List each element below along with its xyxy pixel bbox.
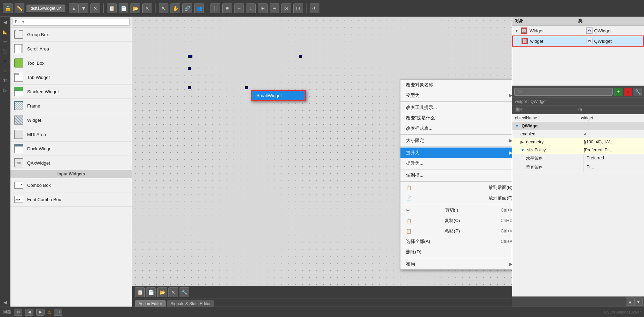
widget-item-dock-widget[interactable]: Dock Widget bbox=[10, 142, 132, 156]
nav-up-icon[interactable]: ▲ bbox=[69, 3, 79, 13]
obj-tree-widget-child[interactable]: widget W QWidget bbox=[512, 35, 644, 47]
hand-icon[interactable]: ✋ bbox=[170, 3, 180, 13]
vexpand-icon[interactable]: ↕ bbox=[246, 3, 256, 13]
props-value-enabled[interactable]: ✔ bbox=[581, 130, 644, 138]
sidebar-icon-8[interactable]: ▷ bbox=[1, 86, 9, 95]
props-row-hpolicy: 水平策略 Preferred bbox=[512, 154, 644, 163]
canvas-area[interactable]: 改变对象名称... 变型为 ▶ 改变工具提示... 改变"这是什么"... 改变… bbox=[132, 17, 512, 307]
action-delete-btn[interactable]: ✕ bbox=[168, 287, 178, 297]
widget-item-mdi-area[interactable]: MDI Area bbox=[10, 127, 132, 142]
context-menu-whatsthis[interactable]: 改变"这是什么"... bbox=[400, 113, 512, 123]
form-icon[interactable]: ⊠ bbox=[281, 3, 291, 13]
connect-icon[interactable]: 🔗 bbox=[182, 3, 192, 13]
action-open-btn[interactable]: 📂 bbox=[157, 287, 167, 297]
delete-icon[interactable]: ✕ bbox=[142, 3, 152, 13]
sidebar-icon-1[interactable]: ◀ bbox=[1, 18, 9, 26]
sidebar-icon-5[interactable]: + bbox=[1, 57, 9, 65]
new-icon[interactable]: 📋 bbox=[107, 3, 117, 13]
open-icon[interactable]: 📂 bbox=[130, 3, 140, 13]
status-action-btn[interactable]: ⊛ bbox=[14, 309, 22, 316]
sidebar-icon-6[interactable]: ≡ bbox=[1, 67, 9, 75]
context-menu-paste[interactable]: 📋 粘贴(P) Ctrl+V bbox=[400, 226, 512, 236]
copy-icon[interactable]: 📄 bbox=[119, 3, 128, 13]
edit-icon[interactable]: ✏️ bbox=[15, 3, 24, 13]
widget-item-group-box[interactable]: Group Box bbox=[10, 27, 132, 42]
props-filter-input[interactable] bbox=[514, 88, 613, 96]
context-menu-cut[interactable]: ✂ 剪切(I) Ctrl+X bbox=[400, 205, 512, 215]
context-menu-bring-front[interactable]: 📄 放到前面(F) bbox=[400, 193, 512, 203]
context-menu-morph[interactable]: 变型为 ▶ bbox=[400, 90, 512, 101]
props-scroll-up-btn[interactable]: ▲ bbox=[626, 298, 634, 306]
props-add-btn[interactable]: + bbox=[614, 88, 622, 96]
props-scroll-down-btn[interactable]: ▼ bbox=[634, 298, 643, 306]
status-next-btn[interactable]: ▶ bbox=[36, 309, 45, 316]
context-menu-tooltip-label: 改变工具提示... bbox=[406, 104, 437, 111]
tab-signals-slots[interactable]: Signals & Slots Editor bbox=[167, 300, 214, 307]
widget-label: Widget bbox=[27, 118, 41, 123]
sidebar-icon-2[interactable]: 📐 bbox=[1, 28, 9, 36]
widget-filter-input[interactable] bbox=[13, 18, 130, 26]
sidebar-icon-4[interactable]: ⬛ bbox=[1, 47, 9, 56]
context-menu-goto-slot[interactable]: 转到槽... bbox=[400, 170, 512, 181]
file-tab[interactable]: test15/widget.ui* bbox=[26, 5, 65, 12]
paste-shortcut: Ctrl+V bbox=[501, 229, 512, 233]
props-value-objectname[interactable]: widget bbox=[578, 114, 644, 122]
context-menu-promote[interactable]: 提升为 ▶ bbox=[400, 148, 512, 158]
context-menu-layout[interactable]: 布局 ▶ bbox=[400, 259, 512, 269]
context-menu-whatsthis-label: 改变"这是什么"... bbox=[406, 115, 440, 121]
context-menu-stylesheet[interactable]: 改变样式表... bbox=[400, 123, 512, 134]
preview-icon[interactable]: 👁 bbox=[310, 3, 319, 13]
tab-action-editor[interactable]: Action Editor bbox=[135, 300, 166, 307]
widget-item-combo-box[interactable]: Combo Box bbox=[10, 178, 132, 192]
buddy-icon[interactable]: 👥 bbox=[194, 3, 204, 13]
sidebar-icon-bottom[interactable]: ◀ bbox=[1, 298, 9, 307]
context-menu-copy[interactable]: 📋 复制(C) Ctrl+C bbox=[400, 215, 512, 226]
context-menu-send-back[interactable]: 📋 放到后面(B) bbox=[400, 182, 512, 193]
context-menu-delete[interactable]: 删除(D) bbox=[400, 247, 512, 257]
context-menu-size-constraint[interactable]: 大小限定 ▶ bbox=[400, 135, 512, 146]
props-settings-btn[interactable]: 🔧 bbox=[634, 88, 642, 96]
action-new-btn[interactable]: 📋 bbox=[135, 287, 145, 297]
widget-item-font-combo-box[interactable]: Aa▾ Font Combo Box bbox=[10, 192, 132, 207]
widget-item-tab-widget[interactable]: Tab Widget bbox=[10, 70, 132, 85]
props-collapse-sizepolicy[interactable]: ▼ bbox=[520, 148, 525, 152]
context-menu-morph-label: 变型为 bbox=[406, 92, 420, 98]
break-icon[interactable]: ⊡ bbox=[293, 3, 303, 13]
sidebar-icon-7[interactable]: 1⃣ bbox=[1, 77, 9, 85]
pointer-icon[interactable]: ↖ bbox=[159, 3, 168, 13]
grid-icon[interactable]: ⊞ bbox=[258, 3, 268, 13]
context-menu-select-all[interactable]: 选择全部(A) Ctrl+A bbox=[400, 236, 512, 247]
widget-item-tool-box[interactable]: Tool Box bbox=[10, 56, 132, 70]
nav-down-icon[interactable]: ▼ bbox=[79, 3, 88, 13]
props-value-vpolicy[interactable]: Pr... bbox=[584, 163, 644, 172]
props-expand-geometry[interactable]: ▶ bbox=[520, 140, 524, 144]
props-collapse-icon[interactable]: ▼ bbox=[515, 124, 519, 128]
obj-tree-widget-root[interactable]: ▼ Widget W QWidget bbox=[512, 26, 644, 35]
context-menu-tooltip[interactable]: 改变工具提示... bbox=[400, 102, 512, 113]
hlayout-icon[interactable]: ⊟ bbox=[270, 3, 279, 13]
status-prev-btn[interactable]: ◀ bbox=[25, 309, 33, 316]
widget-item-scroll-area[interactable]: Scroll Area bbox=[10, 42, 132, 56]
props-value-hpolicy[interactable]: Preferred bbox=[584, 154, 644, 163]
sidebar-icon-3[interactable]: ✏ bbox=[1, 38, 9, 46]
small-widget-item[interactable]: SmallWidget bbox=[251, 90, 306, 101]
close-tab-icon[interactable]: ✕ bbox=[90, 3, 100, 13]
widget-item-frame[interactable]: Frame bbox=[10, 99, 132, 113]
props-value-geometry[interactable]: [(100, 40), 181... bbox=[581, 138, 644, 146]
action-settings-btn[interactable]: 🔧 bbox=[180, 287, 189, 297]
widget-item-qaxwidget[interactable]: Ax QAxWidget bbox=[10, 156, 132, 170]
hexpand-icon[interactable]: ↔ bbox=[234, 3, 244, 13]
status-filter-btn[interactable]: ⊟ bbox=[54, 309, 62, 316]
context-menu-copy-label: 复制(C) bbox=[445, 217, 460, 224]
action-copy-btn[interactable]: 📄 bbox=[146, 287, 156, 297]
widget-item-widget[interactable]: Widget bbox=[10, 113, 132, 127]
widget-item-stacked-widget[interactable]: Stacked Widget bbox=[10, 85, 132, 99]
vline-icon[interactable]: ≡ bbox=[222, 3, 232, 13]
lock-icon[interactable]: 🔒 bbox=[3, 3, 13, 13]
context-menu-rename[interactable]: 改变对象名称... bbox=[400, 80, 512, 90]
hline-icon[interactable]: || bbox=[210, 3, 220, 13]
props-value-sizepolicy[interactable]: [Preferred, Pr... bbox=[581, 146, 644, 154]
context-menu-promote-to[interactable]: 提升为... bbox=[400, 158, 512, 168]
obj-label-widget-child: widget bbox=[530, 39, 585, 44]
props-remove-btn[interactable]: − bbox=[624, 88, 632, 96]
